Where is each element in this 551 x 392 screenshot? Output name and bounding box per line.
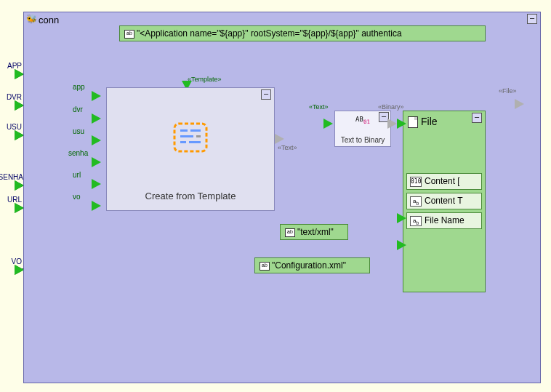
svg-rect-17: [180, 141, 186, 143]
create-from-template-node[interactable]: – Create from Template: [106, 87, 275, 211]
file-node[interactable]: – File 010Content [ abContent T abFile N…: [403, 111, 486, 292]
literal-icon: ab: [260, 262, 270, 271]
inner-port-url[interactable]: [92, 179, 101, 189]
text-to-binary-label: Text to Binary: [335, 136, 390, 144]
inner-port-label-vo: vo: [73, 193, 92, 201]
inner-port-label-dvr: dvr: [73, 105, 92, 113]
port-anno-text-in: «Text»: [309, 103, 329, 111]
config-xml-value: "Configuration.xml": [272, 260, 346, 271]
file-field-content[interactable]: 010Content [: [406, 173, 482, 190]
svg-rect-16: [196, 135, 201, 137]
inner-port-app[interactable]: [92, 91, 101, 101]
binary-icon: AB01: [355, 116, 370, 125]
port-anno-text-out: «Text»: [278, 144, 297, 151]
create-from-template-label: Create from Template: [107, 191, 274, 201]
file-field-file-name[interactable]: abFile Name: [406, 212, 482, 229]
canvas-icon: 🐝: [26, 14, 37, 24]
literal-icon: ab: [285, 228, 295, 237]
inner-port-label-senha: senha: [68, 149, 92, 157]
file-node-title: File: [421, 116, 438, 127]
template-icon: [172, 121, 209, 154]
template-string-literal[interactable]: ab"<Application name="${app}" rootSystem…: [119, 25, 486, 41]
create-template-output-port[interactable]: [275, 134, 284, 144]
inner-port-label-app: app: [73, 83, 92, 91]
svg-rect-13: [180, 129, 188, 132]
field-label: File Name: [425, 215, 464, 225]
port-anno-template: «Template»: [188, 76, 222, 83]
inner-port-usu[interactable]: [92, 135, 101, 145]
inner-port-label-url: url: [73, 171, 92, 179]
file-contenttype-input-port[interactable]: [397, 213, 406, 223]
file-icon: [408, 116, 418, 128]
configuration-xml-literal[interactable]: ab"Configuration.xml": [254, 257, 370, 273]
literal-icon: ab: [124, 30, 134, 39]
inner-port-vo[interactable]: [92, 201, 101, 211]
text-to-binary-output-port[interactable]: [387, 119, 397, 129]
text-xml-value: "text/xml": [297, 227, 334, 237]
text-icon: ab: [410, 196, 422, 207]
port-anno-file: «File»: [499, 87, 517, 95]
inner-port-dvr[interactable]: [92, 113, 101, 124]
text-to-binary-node[interactable]: – AB01 Text to Binary: [334, 111, 391, 147]
canvas-title: conn: [39, 15, 59, 25]
file-field-content-type[interactable]: abContent T: [406, 193, 482, 209]
node-minimize-button[interactable]: –: [472, 113, 482, 123]
file-filename-input-port[interactable]: [397, 240, 406, 250]
node-minimize-button[interactable]: –: [261, 89, 271, 100]
canvas-minimize-button[interactable]: –: [527, 14, 537, 24]
field-label: Content T: [425, 196, 462, 206]
inner-port-label-usu: usu: [73, 127, 92, 135]
svg-rect-14: [190, 129, 201, 132]
file-content-input-port[interactable]: [397, 119, 406, 129]
template-literal-text: "<Application name="${app}" rootSystem="…: [137, 28, 402, 39]
text-icon: ab: [410, 216, 422, 226]
port-anno-binary: «Binary»: [378, 103, 404, 111]
binary-icon: 010: [410, 177, 422, 187]
field-label: Content [: [425, 176, 460, 186]
text-xml-literal[interactable]: ab"text/xml": [280, 224, 348, 240]
inner-port-senha[interactable]: [92, 157, 101, 167]
text-to-binary-input-port[interactable]: [323, 119, 333, 129]
file-output-port[interactable]: [515, 99, 524, 109]
svg-rect-15: [180, 135, 193, 137]
svg-rect-18: [189, 141, 201, 143]
